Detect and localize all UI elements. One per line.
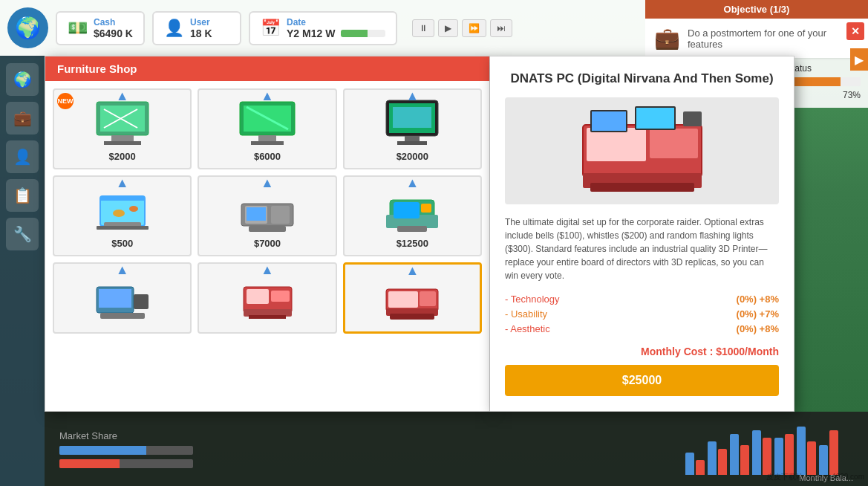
svg-rect-13 — [393, 107, 431, 128]
up-arrow-icon-7: ▲ — [116, 262, 129, 278]
status-progress-bar — [786, 77, 861, 86]
up-arrow-icon-2: ▲ — [261, 88, 274, 104]
shop-item-6[interactable]: ▲ $12500 — [343, 175, 482, 256]
svg-rect-26 — [249, 226, 286, 232]
bar-blue-6 — [797, 427, 806, 475]
shop-item-7[interactable]: ▲ — [53, 262, 192, 334]
bar-group-5 — [774, 434, 794, 475]
svg-rect-37 — [247, 289, 269, 304]
objective-box: Objective (1/3) 💼 Do a postmortem for on… — [645, 0, 868, 58]
stat-row-technology: - Technology (0%) +8% — [505, 294, 779, 305]
svg-point-18 — [113, 210, 125, 217]
svg-rect-50 — [590, 183, 694, 192]
svg-rect-9 — [258, 135, 276, 141]
svg-rect-29 — [394, 202, 420, 218]
shop-item-8[interactable]: ▲ — [198, 262, 336, 334]
detail-stats: - Technology (0%) +8% - Usability (0%) +… — [505, 294, 779, 334]
bar-blue-4 — [752, 430, 761, 475]
cash-value: $6490 K — [94, 27, 133, 39]
usab-value: (0%) +7% — [737, 308, 779, 320]
svg-rect-24 — [271, 206, 290, 224]
usab-label: - Usability — [505, 308, 547, 320]
objective-text: Do a postmortem for one of your features — [688, 27, 859, 50]
market-share-section: Market Share — [59, 430, 193, 468]
bar-red-7 — [829, 430, 838, 475]
sidebar-item-briefcase[interactable]: 💼 — [6, 102, 39, 135]
bar-blue-5 — [774, 438, 783, 475]
tech-value: (0%) +8% — [737, 294, 779, 305]
bottom-bar: Market Share — [45, 412, 868, 486]
shop-grid-container[interactable]: NEW ▲ $2000 — [45, 81, 489, 411]
market-share-fill-red — [59, 459, 120, 468]
sidebar-item-person[interactable]: 👤 — [6, 140, 39, 173]
bar-blue-7 — [819, 445, 828, 475]
shop-grid: NEW ▲ $2000 — [53, 88, 482, 334]
date-value: Y2 M12 W — [287, 27, 335, 39]
detail-title: DNATS PC (Digital Nirvana And Then Some) — [505, 71, 779, 86]
market-share-bar-red — [59, 459, 193, 468]
week-progress-bar — [341, 30, 385, 37]
svg-rect-45 — [390, 314, 434, 320]
up-arrow-icon-3: ▲ — [405, 88, 419, 104]
svg-rect-35 — [100, 313, 145, 319]
objective-arrow[interactable]: ▶ — [850, 48, 868, 71]
svg-rect-17 — [100, 196, 145, 201]
svg-rect-31 — [397, 226, 427, 232]
pause-button[interactable]: ⏸ — [412, 19, 434, 37]
bar-group-7 — [819, 430, 838, 475]
shop-item-2[interactable]: ▲ $6000 — [198, 88, 336, 169]
svg-rect-21 — [97, 226, 149, 230]
status-label: Status — [786, 63, 861, 74]
shop-item-4[interactable]: ▲ $500 — [53, 175, 192, 256]
svg-point-19 — [129, 206, 138, 212]
shop-item-3[interactable]: ▲ $20000 — [343, 88, 482, 169]
market-share-bar-blue — [59, 446, 193, 455]
svg-rect-5 — [104, 141, 141, 145]
shop-item-1[interactable]: NEW ▲ $2000 — [53, 88, 192, 169]
objective-close-button[interactable]: ✕ — [846, 22, 864, 40]
bar-group-6 — [797, 427, 816, 475]
up-arrow-icon-4: ▲ — [116, 175, 129, 191]
detail-image-box — [505, 97, 779, 204]
globe-icon[interactable]: 🌍 — [7, 7, 48, 48]
stat-row-usability: - Usability (0%) +7% — [505, 308, 779, 320]
svg-rect-14 — [405, 136, 420, 141]
date-label: Date — [287, 17, 385, 27]
shop-item-9[interactable]: ▲ — [343, 262, 482, 334]
status-percentage: 73% — [786, 90, 861, 100]
buy-button[interactable]: $25000 — [505, 365, 779, 396]
aest-value: (0%) +8% — [737, 323, 779, 334]
shop-overlay: Furniture Shop NEW ▲ — [45, 56, 794, 412]
shop-item-5[interactable]: ▲ $7000 — [198, 175, 336, 256]
bar-blue-1 — [685, 453, 694, 475]
cash-icon: 💵 — [68, 19, 88, 38]
svg-rect-25 — [247, 207, 266, 221]
fast-forward-button[interactable]: ⏩ — [462, 19, 486, 37]
bar-group-2 — [708, 441, 727, 475]
bar-red-4 — [763, 438, 771, 475]
week-progress-fill — [341, 30, 368, 37]
svg-rect-52 — [592, 111, 626, 131]
left-sidebar: 🌍 💼 👤 📋 🔧 — [0, 56, 45, 486]
user-value: 18 K — [190, 27, 212, 39]
item-price-2: $6000 — [254, 151, 281, 162]
sidebar-item-world[interactable]: 🌍 — [6, 63, 39, 96]
cash-label: Cash — [94, 17, 133, 27]
sidebar-item-report[interactable]: 📋 — [6, 179, 39, 212]
objective-title: Objective (1/3) — [645, 0, 868, 19]
objective-icon: 💼 — [654, 26, 680, 51]
play-button[interactable]: ▶ — [438, 19, 458, 37]
game-controls: ⏸ ▶ ⏩ ⏭ — [412, 19, 512, 37]
bar-group-3 — [730, 434, 749, 475]
date-box: 📅 Date Y2 M12 W — [249, 11, 397, 45]
up-arrow-icon-5: ▲ — [261, 175, 274, 191]
bar-red-6 — [807, 441, 816, 475]
calendar-icon: 📅 — [261, 19, 281, 38]
fastest-button[interactable]: ⏭ — [490, 19, 512, 37]
svg-rect-1 — [100, 106, 145, 132]
bar-red-1 — [696, 460, 705, 475]
user-label: User — [190, 17, 212, 27]
up-arrow-icon-1: ▲ — [116, 88, 129, 104]
item-price-3: $20000 — [397, 151, 428, 162]
sidebar-item-tools[interactable]: 🔧 — [6, 218, 39, 250]
